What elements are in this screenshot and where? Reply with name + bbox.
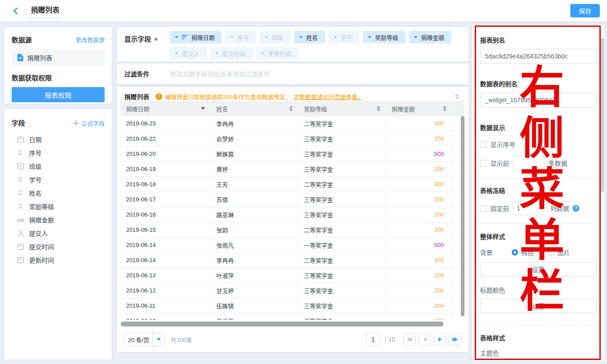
- freeze-count-select[interactable]: 1: [513, 201, 547, 215]
- display-field-chip[interactable]: 提交人: [170, 47, 207, 59]
- cell-amount: 200: [386, 131, 452, 146]
- field-item[interactable]: 序号: [12, 146, 105, 159]
- display-field-chip[interactable]: 奖励等级: [363, 31, 405, 43]
- field-item[interactable]: 班级: [12, 159, 105, 173]
- field-type-icon: [17, 136, 25, 143]
- next-page-button[interactable]: [434, 333, 446, 346]
- warning-link[interactable]: 完整数据请访问页面查看。: [294, 92, 363, 101]
- table-alias-input[interactable]: [480, 92, 596, 108]
- filter-dropzone-placeholder[interactable]: 拖动左侧字段到此处来添加过滤条件: [170, 69, 270, 78]
- prev-page-button[interactable]: [418, 333, 431, 346]
- cell-date: 2019-06-19: [121, 162, 211, 176]
- display-field-chip[interactable]: 班级: [260, 31, 291, 43]
- report-alias-input[interactable]: [480, 49, 596, 64]
- help-icon[interactable]: ?: [573, 205, 579, 212]
- column-header-name[interactable]: 姓名: [211, 101, 299, 116]
- chevron-down-icon: [539, 207, 543, 209]
- cell-level: 三等奖学金: [299, 283, 386, 298]
- add-display-field-button[interactable]: +: [154, 35, 158, 43]
- top-bar: 捐赠列表 保存: [0, 0, 607, 21]
- chip-label: 提交时间: [222, 49, 245, 58]
- fields-card: 字段 ＋ 公式字段 日期 序号 班级 学号 姓名 奖励: [4, 109, 112, 360]
- data-display-label: 数据显示: [480, 123, 596, 132]
- bg-image-radio[interactable]: [548, 249, 554, 255]
- field-item[interactable]: 姓名: [12, 186, 105, 200]
- field-item[interactable]: 捐赠金额: [12, 213, 105, 226]
- display-fields-card: 显示字段+ 捐赠日期 序号 班级 姓名 学号: [117, 27, 468, 62]
- table-title: 捐赠列表: [124, 92, 149, 101]
- field-item[interactable]: 提交人: [12, 226, 105, 240]
- horizontal-scrollbar[interactable]: [121, 322, 443, 326]
- cell-level: 三等奖学金: [299, 192, 386, 207]
- last-page-button[interactable]: [449, 333, 461, 346]
- back-icon[interactable]: [13, 7, 21, 14]
- filter-label: 过滤条件: [124, 69, 170, 78]
- display-fields-label: 显示字段+: [124, 34, 158, 44]
- warning-text: 编辑界面只取数据源前200条作为查询数据预览，: [165, 92, 291, 101]
- page-title: 捐赠列表: [29, 3, 61, 18]
- cell-name: 李冉冉: [211, 253, 299, 268]
- show-first-count-input[interactable]: [513, 156, 545, 170]
- overall-style-label: 整体样式: [480, 232, 596, 241]
- save-button[interactable]: 保存: [570, 4, 600, 17]
- column-header-date[interactable]: 捐赠日期: [121, 101, 211, 116]
- field-type-icon: [17, 176, 25, 183]
- settings-panel: 报表别名 数据表的别名 数据显示 显示序号 显示前 条数据 表格冻结 固定前 1…: [472, 25, 604, 361]
- field-item[interactable]: 学号: [12, 173, 105, 186]
- field-item[interactable]: 奖励等级: [12, 200, 105, 213]
- field-type-icon: [17, 203, 25, 210]
- column-header-amount[interactable]: 捐赠金额: [386, 101, 452, 116]
- bg-solid-radio[interactable]: [512, 249, 518, 255]
- display-field-chip[interactable]: 序号: [225, 31, 256, 43]
- page-number-input[interactable]: [366, 333, 380, 346]
- table-row: 2019-06-15 张韵 二等奖学金 300: [121, 222, 464, 238]
- datasource-item[interactable]: 捐赠列表: [12, 50, 105, 66]
- first-page-button[interactable]: [403, 333, 416, 346]
- table-row: 2019-06-16 路亚琳 三等奖学金 200: [121, 207, 464, 222]
- field-item[interactable]: 日期: [12, 133, 105, 146]
- display-field-chip[interactable]: 提交时间: [210, 47, 253, 59]
- column-header-level[interactable]: 奖励等级: [299, 101, 386, 116]
- display-field-chip[interactable]: 捐赠金额: [409, 31, 451, 43]
- chip-label: 奖励等级: [375, 33, 398, 42]
- field-type-icon: [17, 163, 25, 170]
- table-row: 2019-06-22 俞梦娇 三等奖学金 200: [121, 131, 464, 146]
- display-field-chips: 捐赠日期 序号 班级 姓名 学号 奖励等级: [170, 31, 464, 59]
- table-style-label: 表格样式: [480, 333, 596, 342]
- display-field-chip[interactable]: 姓名: [294, 31, 325, 43]
- show-first-prefix: 显示前: [490, 159, 509, 167]
- page-size-select[interactable]: 20 条/页: [124, 333, 164, 346]
- formula-field-link[interactable]: ＋ 公式字段: [72, 117, 105, 128]
- report-alias-label: 报表别名: [480, 35, 596, 44]
- table-card: 捐赠列表 ! 编辑界面只取数据源前200条作为查询数据预览，完整数据请访问页面查…: [117, 87, 468, 352]
- change-datasource-link[interactable]: 更改数据源: [76, 35, 105, 44]
- panel-scrollbar[interactable]: [601, 38, 604, 192]
- cell-name: 吴云能: [211, 314, 299, 320]
- double-chevron-right-icon: [453, 337, 457, 342]
- display-field-chip[interactable]: 学号: [329, 31, 359, 43]
- chevron-down-icon: [299, 36, 303, 38]
- field-item[interactable]: 提交时间: [12, 240, 105, 253]
- title-color-set-button[interactable]: 设置: [480, 299, 596, 313]
- chevron-right-icon: [438, 337, 442, 342]
- show-first-checkbox[interactable]: [480, 160, 487, 167]
- bg-color-set-button[interactable]: 设置: [480, 262, 596, 276]
- freeze-prefix: 固定前: [490, 204, 509, 213]
- cell-date: 2019-06-13: [121, 268, 211, 283]
- field-type-icon: [17, 243, 25, 250]
- freeze-checkbox[interactable]: [480, 205, 487, 212]
- divider: [480, 178, 596, 179]
- warning-icon: !: [156, 93, 162, 100]
- cell-name: 王芳: [211, 177, 299, 192]
- vertical-scrollbar[interactable]: [461, 116, 464, 316]
- table-row: 2019-06-17 苏倩 三等奖学金 200: [121, 192, 464, 207]
- display-field-chip[interactable]: 捐赠日期: [170, 31, 222, 43]
- show-index-checkbox[interactable]: [480, 141, 487, 148]
- table-row: 2019-06-18 王芳 二等奖学金 300: [121, 177, 464, 192]
- report-permission-button[interactable]: 报表权限: [12, 87, 105, 102]
- cell-level: 二等奖学金: [299, 177, 386, 192]
- chip-label: 更新时间: [268, 49, 291, 58]
- chip-label: 提交人: [182, 49, 199, 58]
- field-item[interactable]: 更新时间: [12, 253, 105, 267]
- display-field-chip[interactable]: 更新时间: [256, 47, 299, 59]
